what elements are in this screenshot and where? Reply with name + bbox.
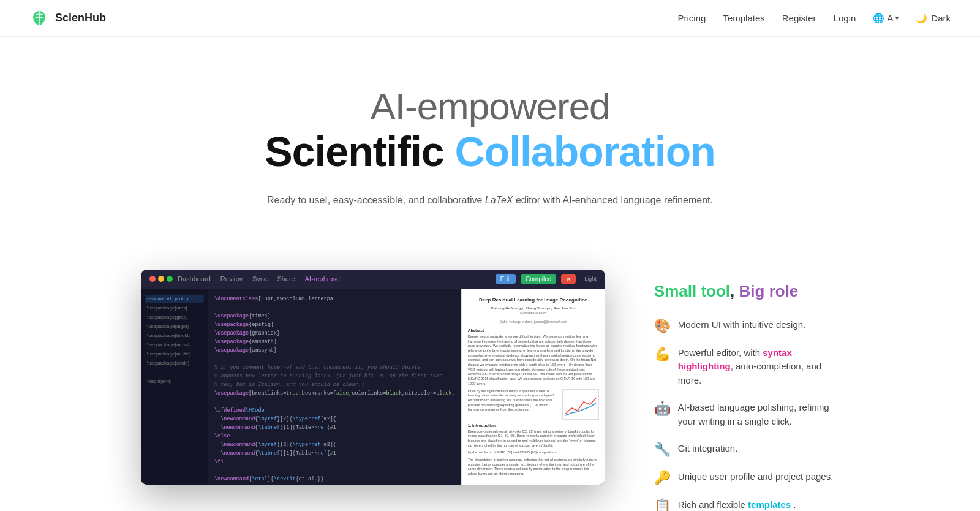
feature-text-5: Unique user profile and project pages. [678, 470, 834, 484]
menu-ai[interactable]: AI-rephrase [305, 275, 340, 282]
hero-title-line1: AI-empowered [29, 86, 951, 127]
hero-subtitle: Ready to useI, easy-accessible, and coll… [29, 192, 951, 208]
logo[interactable]: ScienHub [29, 9, 106, 28]
sidebar-file-item[interactable]: \usepackage{multic} [145, 350, 204, 358]
features-section: Dashboard Review Sync Share AI-rephrase … [92, 245, 888, 511]
navbar: ScienHub Pricing Templates Register Logi… [0, 0, 980, 37]
feature-text-1: Modern UI with intuitive design. [678, 318, 805, 332]
dark-label: Dark [931, 13, 951, 23]
sidebar-file-item[interactable]: \usepackage{algor} [145, 322, 204, 330]
syntax-highlight-label: syntax highlighting [678, 347, 792, 372]
topbar-menu: Dashboard Review Sync Share AI-rephrase [178, 275, 340, 282]
features-heading: Small tool, Big role [654, 282, 839, 301]
pdf-intro: Deep convolutional neural networks [22, … [468, 430, 599, 449]
menu-dashboard[interactable]: Dashboard [178, 275, 211, 282]
feature-item-6: 📋 Rich and flexible templates . [654, 498, 839, 511]
feature-item-1: 🎨 Modern UI with intuitive design. [654, 318, 839, 333]
nav-login[interactable]: Login [834, 13, 856, 23]
pdf-intro-label: 1. Introduction [468, 423, 599, 428]
feature-emoji-5: 🔑 [654, 471, 671, 485]
pdf-abstract-label: Abstract [468, 328, 599, 333]
sidebar-file-item[interactable]: \usepackage{xcolo} [145, 359, 204, 367]
subtitle-latex: LaTeX [485, 195, 513, 205]
editor-topbar: Dashboard Review Sync Share AI-rephrase … [141, 270, 605, 289]
hero-collaboration: Collaboration [455, 128, 715, 175]
close-dot[interactable] [149, 276, 156, 282]
sidebar-file-item[interactable] [145, 368, 204, 376]
pdf-extra: by the results on ILSVRC [33] and COCO [… [468, 450, 599, 455]
pdf-abstract: Deeper neural networks are more difficul… [468, 335, 599, 387]
feature-item-3: 🤖 AI-based language polishing, refining … [654, 401, 839, 428]
subtitle-end: editor with AI-enhanced language refinem… [513, 195, 712, 205]
hero-title-line2: Scientific Collaboration [29, 127, 951, 175]
pdf-title: Deep Residual Learning for Image Recogni… [468, 297, 599, 303]
feature-emoji-2: 💪 [654, 347, 671, 361]
topbar-right: Edit Compiled ✕ Light [496, 274, 597, 284]
pdf-chart [564, 391, 598, 418]
feature-text-3: AI-based language polishing, refining yo… [678, 401, 839, 428]
feature-item-2: 💪 Powerful editor, with syntax highlight… [654, 346, 839, 388]
sidebar-file-item[interactable]: \usepackage{grap} [145, 313, 204, 321]
file-sidebar: residual_v1_prob_r... \usepackage{ams} \… [141, 289, 208, 485]
hero-section: AI-empowered Scientific Collaboration Re… [0, 37, 980, 245]
heading-green: Small tool [654, 282, 730, 300]
pdf-affiliation: Microsoft Research [468, 311, 599, 315]
language-icon: 🌐 [873, 13, 884, 24]
close-button[interactable]: ✕ [561, 274, 576, 284]
pdf-email: {kahe, v-xiangz, v-shren, jiansun}@micro… [468, 320, 599, 324]
nav-links: Pricing Templates Register Login 🌐 A ▾ 🌙… [678, 13, 951, 24]
menu-review[interactable]: Review [221, 275, 243, 282]
feature-item-5: 🔑 Unique user profile and project pages. [654, 470, 839, 485]
light-toggle[interactable]: Light [584, 276, 597, 282]
maximize-dot[interactable] [167, 276, 173, 282]
sidebar-file-item[interactable]: \begin{end} [145, 377, 204, 385]
logo-icon [29, 9, 49, 28]
feature-emoji-1: 🎨 [654, 319, 671, 333]
feature-emoji-4: 🔧 [654, 443, 671, 456]
nav-register[interactable]: Register [782, 13, 816, 23]
edit-button[interactable]: Edit [496, 274, 516, 284]
sidebar-file-item[interactable]: residual_v1_prob_r... [145, 295, 204, 303]
minimize-dot[interactable] [158, 276, 164, 282]
templates-link[interactable]: templates [748, 499, 791, 510]
menu-sync[interactable]: Sync [252, 275, 267, 282]
feature-emoji-6: 📋 [654, 499, 671, 511]
sidebar-file-item[interactable]: \usepackage{amss} [145, 341, 204, 349]
menu-share[interactable]: Share [277, 275, 295, 282]
code-editor[interactable]: \documentclass[10pt,twocolumn,letterpa \… [208, 289, 461, 485]
moon-icon: 🌙 [916, 13, 927, 24]
window-controls [149, 276, 173, 282]
feature-item-4: 🔧 Git integration. [654, 442, 839, 456]
sidebar-file-item[interactable]: \usepackage{ams} [145, 304, 204, 312]
editor-window: Dashboard Review Sync Share AI-rephrase … [141, 270, 605, 485]
feature-list: Small tool, Big role 🎨 Modern UI with in… [654, 270, 839, 511]
heading-separator: , [730, 282, 739, 300]
hero-scientific: Scientific [265, 128, 454, 175]
chevron-down-icon: ▾ [895, 15, 899, 21]
feature-text-6: Rich and flexible templates . [678, 498, 796, 511]
dark-mode-toggle[interactable]: 🌙 Dark [916, 13, 951, 24]
subtitle-start: Ready to useI, easy-accessible, and coll… [267, 195, 485, 205]
language-label: A [887, 13, 893, 23]
feature-text-4: Git integration. [678, 442, 738, 456]
editor-body: residual_v1_prob_r... \usepackage{ams} \… [141, 289, 605, 485]
feature-text-2: Powerful editor, with syntax highlightin… [678, 346, 839, 388]
nav-templates[interactable]: Templates [723, 13, 764, 23]
pdf-preview: Deep Residual Learning for Image Recogni… [461, 289, 605, 485]
language-selector[interactable]: 🌐 A ▾ [873, 13, 899, 24]
pdf-authors: Kaiming He Xiangyu Zhang Shaoqing Ren Ji… [468, 306, 599, 310]
compiled-button[interactable]: Compiled [521, 274, 556, 284]
logo-text: ScienHub [55, 12, 106, 25]
feature-emoji-3: 🤖 [654, 402, 671, 415]
editor-shell: Dashboard Review Sync Share AI-rephrase … [141, 270, 605, 485]
nav-pricing[interactable]: Pricing [678, 13, 706, 23]
sidebar-file-item[interactable]: \usepackage{bookt} [145, 331, 204, 339]
heading-purple: Big role [739, 282, 799, 300]
pdf-extra2: The degradation of training accuracy ind… [468, 458, 599, 477]
topbar-left: Dashboard Review Sync Share AI-rephrase [149, 275, 340, 282]
